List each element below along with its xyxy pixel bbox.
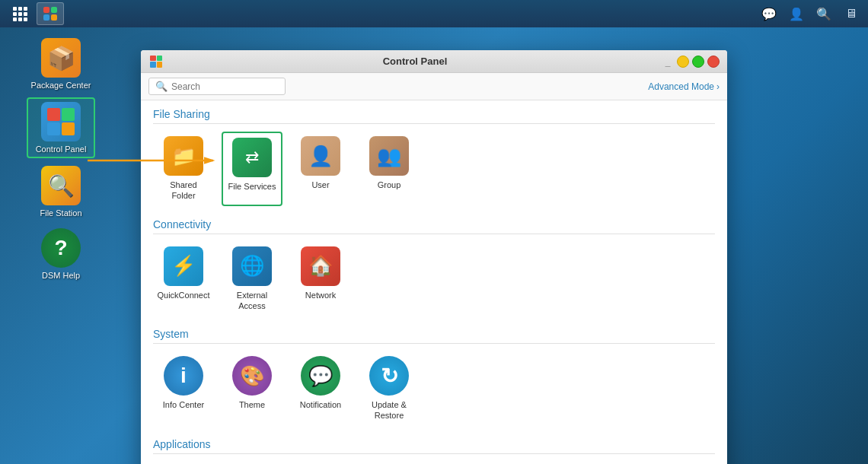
- infocenter-icon: [164, 356, 203, 396]
- quickconnect-label: QuickConnect: [157, 290, 209, 300]
- arrow-indicator: [84, 149, 221, 175]
- section-title-connectivity: Connectivity: [153, 218, 715, 234]
- desktop: Package Center Control Panel File Statio…: [0, 27, 122, 464]
- search-box[interactable]: 🔍: [148, 78, 286, 95]
- item-update-restore[interactable]: Update &Restore: [359, 351, 420, 426]
- package-center-icon: [41, 38, 81, 78]
- desktop-icon-package-center[interactable]: Package Center: [27, 35, 95, 93]
- package-center-label: Package Center: [31, 81, 91, 90]
- update-label: Update &Restore: [372, 399, 407, 421]
- dsm-help-label: DSM Help: [42, 271, 80, 280]
- theme-label: Theme: [239, 399, 265, 410]
- theme-icon: [232, 356, 272, 396]
- advanced-mode-button[interactable]: Advanced Mode ›: [648, 81, 720, 92]
- window-minimize-btn[interactable]: [677, 56, 689, 68]
- connectivity-grid: QuickConnect External Access Network: [153, 242, 715, 316]
- taskbar-left: [6, 2, 64, 25]
- item-theme[interactable]: Theme: [222, 351, 282, 426]
- message-icon[interactable]: 💬: [758, 3, 780, 24]
- file-services-icon: ⇄: [232, 138, 272, 177]
- item-notification[interactable]: Notification: [290, 351, 351, 426]
- window-app-icon: [148, 54, 164, 69]
- group-icon: [369, 136, 409, 176]
- item-network[interactable]: Network: [290, 242, 351, 316]
- advanced-mode-chevron: ›: [716, 81, 720, 92]
- window-title: Control Panel: [168, 56, 662, 67]
- advanced-mode-label: Advanced Mode: [648, 81, 714, 92]
- notification-label: Notification: [300, 399, 341, 410]
- external-access-icon: [232, 246, 272, 286]
- group-label: Group: [378, 180, 401, 190]
- window-maximize-btn[interactable]: [692, 56, 704, 68]
- window-close-btn[interactable]: [707, 56, 720, 68]
- taskbar: 💬 👤 🔍 🖥: [0, 0, 868, 27]
- search-icon[interactable]: 🔍: [813, 3, 834, 24]
- item-file-services[interactable]: ⇄ File Services: [222, 132, 282, 206]
- shared-folder-label: SharedFolder: [170, 180, 196, 202]
- file-sharing-grid: SharedFolder ⇄ File Services User Group: [153, 132, 715, 206]
- network-label: Network: [305, 290, 336, 300]
- file-station-icon: [41, 166, 81, 205]
- system-grid: Info Center Theme Notification Update &R…: [153, 351, 715, 426]
- window-controls: _: [662, 56, 720, 68]
- infocenter-label: Info Center: [163, 399, 204, 410]
- search-input[interactable]: [171, 81, 278, 92]
- section-title-applications: Applications: [153, 438, 715, 454]
- quickconnect-icon: [164, 246, 203, 286]
- desktop-icon-dsm-help[interactable]: DSM Help: [27, 225, 95, 283]
- notification-icon: [301, 356, 340, 396]
- minimize-button[interactable]: _: [662, 56, 674, 68]
- control-panel-icon: [41, 102, 81, 141]
- window-toolbar: 🔍 Advanced Mode ›: [141, 73, 727, 100]
- item-user[interactable]: User: [290, 132, 351, 206]
- item-quickconnect[interactable]: QuickConnect: [153, 242, 214, 316]
- grid-icon: [13, 7, 27, 21]
- section-title-file-sharing: File Sharing: [153, 108, 715, 124]
- dsm-help-icon: [41, 228, 81, 268]
- user-icon-cp: [301, 136, 340, 176]
- control-panel-taskbar-button[interactable]: [37, 2, 64, 25]
- grid-menu-button[interactable]: [6, 2, 34, 25]
- window-content: File Sharing SharedFolder ⇄ File Service…: [141, 100, 727, 464]
- user-icon[interactable]: 👤: [786, 3, 807, 24]
- update-icon: [369, 356, 409, 396]
- taskbar-right: 💬 👤 🔍 🖥: [758, 3, 862, 24]
- window-titlebar: Control Panel _: [141, 50, 727, 73]
- item-info-center[interactable]: Info Center: [153, 351, 214, 426]
- file-station-label: File Station: [40, 208, 81, 218]
- item-group[interactable]: Group: [359, 132, 420, 206]
- external-access-label: External Access: [226, 290, 278, 312]
- section-title-system: System: [153, 328, 715, 344]
- file-services-label: File Services: [228, 181, 276, 192]
- search-icon-cp: 🔍: [155, 81, 168, 92]
- item-external-access[interactable]: External Access: [222, 242, 282, 316]
- control-panel-window: Control Panel _ 🔍 Advanced Mode › File S…: [141, 50, 727, 464]
- user-label: User: [311, 180, 329, 190]
- display-icon[interactable]: 🖥: [841, 3, 862, 24]
- network-icon: [301, 246, 340, 286]
- control-panel-label: Control Panel: [36, 145, 87, 154]
